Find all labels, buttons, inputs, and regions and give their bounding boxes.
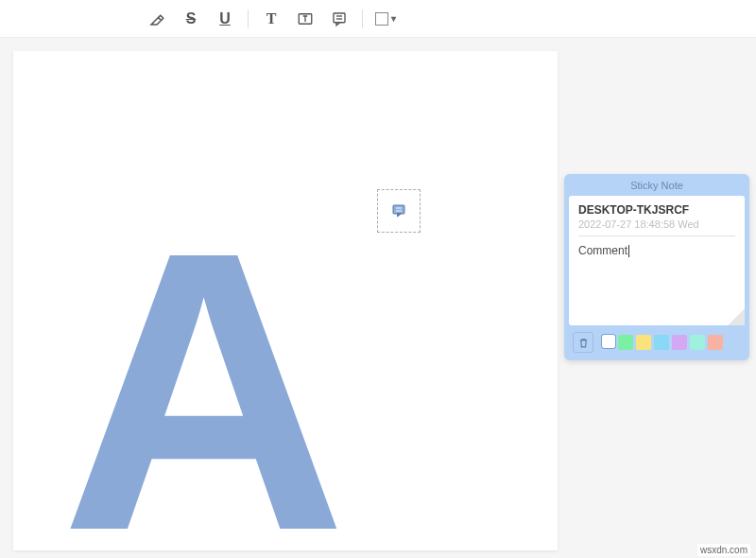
highlight-button[interactable] (140, 2, 174, 36)
textbox-icon (297, 10, 314, 27)
color-swatch-5[interactable] (690, 335, 705, 350)
document-content-letter: A (60, 193, 347, 558)
document-area[interactable]: A (13, 51, 558, 550)
toolbar-divider-1 (248, 9, 249, 28)
sticky-note-timestamp: 2022-07-27 18:48:58 Wed (578, 218, 735, 236)
underline-button[interactable]: U (208, 2, 242, 36)
svg-rect-4 (393, 205, 404, 214)
toolbar-divider-2 (362, 9, 363, 28)
sticky-note-footer (569, 325, 745, 356)
color-picker-button[interactable]: ▾ (369, 2, 403, 36)
note-button[interactable] (322, 2, 356, 36)
note-icon (331, 10, 348, 27)
color-swatch-2[interactable] (636, 335, 651, 350)
strikethrough-label: S (186, 10, 197, 27)
annotation-note-icon (389, 202, 408, 219)
textbox-button[interactable] (288, 2, 322, 36)
color-swatches (602, 335, 723, 350)
sticky-note-body: DESKTOP-TKJSRCF 2022-07-27 18:48:58 Wed … (569, 196, 745, 325)
highlight-icon (148, 10, 165, 27)
trash-icon (577, 337, 590, 349)
toolbar: S U T ▾ (0, 0, 756, 38)
color-swatch-4[interactable] (672, 335, 687, 350)
delete-note-button[interactable] (573, 332, 593, 353)
color-swatch-0[interactable] (602, 335, 615, 348)
annotation-marker[interactable] (377, 189, 421, 233)
color-swatch-1[interactable] (618, 335, 633, 350)
sticky-note-comment-input[interactable]: Comment (578, 236, 735, 320)
watermark: wsxdn.com (697, 544, 750, 556)
sticky-note-panel[interactable]: Sticky Note DESKTOP-TKJSRCF 2022-07-27 1… (564, 174, 749, 360)
sticky-note-author: DESKTOP-TKJSRCF (578, 203, 735, 217)
sticky-note-title: Sticky Note (569, 178, 745, 196)
color-picker-icon (375, 12, 388, 26)
text-label: T (266, 10, 277, 27)
color-swatch-3[interactable] (654, 335, 669, 350)
color-swatch-6[interactable] (708, 335, 723, 350)
strikethrough-button[interactable]: S (174, 2, 208, 36)
underline-label: U (219, 10, 231, 27)
text-button[interactable]: T (254, 2, 288, 36)
svg-rect-1 (334, 13, 345, 23)
chevron-down-icon: ▾ (391, 13, 396, 24)
